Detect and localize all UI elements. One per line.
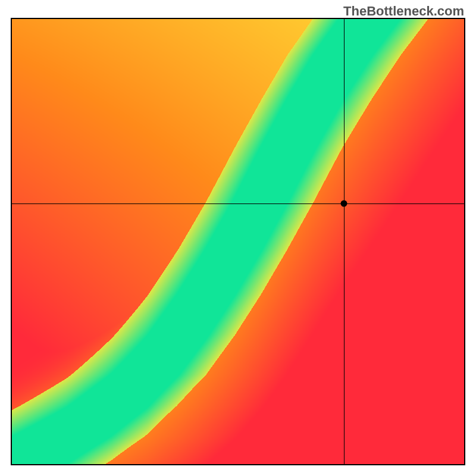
plot-area [11, 18, 465, 465]
data-marker [340, 201, 347, 207]
watermark-text: TheBottleneck.com [343, 4, 464, 19]
crosshair-vertical [344, 19, 345, 464]
heatmap-canvas [12, 19, 464, 464]
crosshair-horizontal [12, 203, 464, 204]
